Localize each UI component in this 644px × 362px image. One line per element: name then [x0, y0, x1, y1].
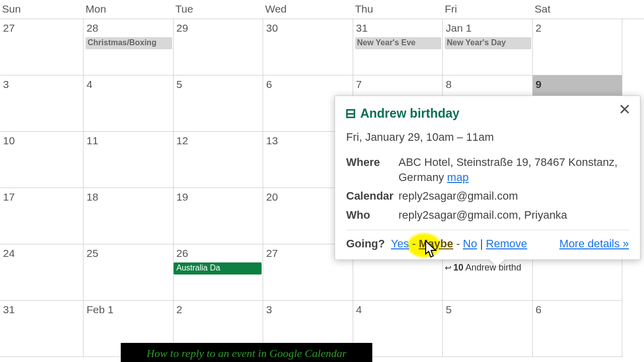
map-link[interactable]: map: [447, 171, 469, 184]
date-number: 12: [177, 135, 188, 147]
date-number: 31: [3, 304, 15, 316]
calendar-cell[interactable]: 24: [0, 244, 84, 301]
who-label: Who: [346, 208, 398, 223]
date-number: 20: [266, 191, 278, 203]
calendar-cell[interactable]: 19: [174, 188, 264, 244]
rsvp-no[interactable]: No: [462, 237, 478, 250]
allday-event[interactable]: Australia Da: [174, 262, 262, 275]
date-number: 6: [536, 304, 542, 316]
where-value: ABC Hotel, Steinstraße 19, 78467 Konstan…: [398, 155, 629, 185]
date-number: 25: [87, 247, 98, 259]
calendar-cell[interactable]: Jan 1New Year's Day: [443, 19, 533, 75]
calendar-cell[interactable]: 3: [0, 75, 84, 132]
date-number: 27: [266, 247, 278, 259]
rsvp-yes[interactable]: Yes: [390, 237, 410, 250]
date-number: 17: [3, 191, 15, 203]
day-header-wed: Wed: [263, 0, 353, 19]
timed-event[interactable]: ↩10 Andrew birthd: [445, 262, 531, 273]
calendar-icon: [346, 109, 355, 118]
day-header-mon: Mon: [84, 0, 174, 19]
rsvp-remove[interactable]: Remove: [485, 237, 528, 250]
date-number: 18: [87, 191, 98, 203]
reply-icon: ↩: [445, 263, 451, 273]
date-number: 2: [177, 304, 183, 316]
date-number: 5: [177, 78, 183, 90]
calendar-cell[interactable]: 26Australia Da: [174, 244, 264, 301]
calendar-cell[interactable]: 10: [0, 132, 84, 188]
calendar-cell[interactable]: 4: [84, 75, 174, 132]
day-header-sat: Sat: [533, 0, 623, 19]
calendar-cell[interactable]: 17: [0, 188, 84, 244]
calendar-cell[interactable]: 2: [533, 19, 623, 75]
holiday-event[interactable]: New Year's Day: [445, 37, 531, 49]
calendar-cell[interactable]: 31: [0, 301, 84, 357]
date-number: 28: [87, 22, 98, 34]
date-number: 2: [536, 22, 542, 34]
day-header-fri: Fri: [443, 0, 533, 19]
date-number: 9: [536, 78, 542, 90]
calendar-cell[interactable]: 5: [443, 301, 533, 357]
rsvp-maybe[interactable]: Maybe: [418, 237, 454, 250]
close-icon[interactable]: ✕: [618, 102, 631, 117]
date-number: 10: [3, 135, 15, 147]
who-value: reply2sagar@gmail.com, Priyanka: [398, 208, 629, 223]
date-number: 8: [446, 78, 452, 90]
calendar-cell[interactable]: 27: [0, 19, 84, 75]
calendar-cell[interactable]: 5: [174, 75, 264, 132]
date-number: 5: [446, 304, 452, 316]
calendar-cell[interactable]: 30: [263, 19, 353, 75]
calendar-value: reply2sagar@gmail.com: [398, 189, 629, 204]
where-label: Where: [346, 155, 398, 185]
date-number: 27: [3, 22, 15, 34]
event-popup: ✕ Andrew birthday Fri, January 29, 10am …: [335, 96, 640, 260]
event-title[interactable]: Andrew birthday: [360, 106, 459, 121]
date-number: 19: [177, 191, 188, 203]
holiday-event[interactable]: New Year's Eve: [355, 37, 442, 49]
more-details-link[interactable]: More details »: [559, 237, 629, 250]
event-datetime: Fri, January 29, 10am – 11am: [346, 131, 629, 144]
date-number: Feb 1: [87, 304, 114, 316]
calendar-cell[interactable]: 6: [533, 301, 623, 357]
video-caption: How to reply to an event in Google Calen…: [121, 343, 372, 362]
date-number: 11: [87, 135, 98, 147]
date-number: 13: [266, 135, 278, 147]
popup-pointer: [489, 259, 505, 267]
date-number: 26: [177, 247, 188, 259]
calendar-label: Calendar: [346, 189, 398, 204]
holiday-event[interactable]: Christmas/Boxing: [86, 37, 172, 49]
date-number: 3: [266, 304, 272, 316]
calendar-cell[interactable]: 25: [84, 244, 174, 301]
date-number: 29: [177, 22, 188, 34]
calendar-cell[interactable]: 29: [174, 19, 264, 75]
date-number: 3: [3, 78, 9, 90]
date-number: 7: [356, 78, 362, 90]
day-header-sun: Sun: [0, 0, 84, 19]
divider: [346, 230, 629, 230]
calendar-cell[interactable]: 31New Year's Eve: [353, 19, 443, 75]
day-header-thu: Thu: [353, 0, 443, 19]
date-number: 31: [356, 22, 368, 34]
calendar-cell[interactable]: 18: [84, 188, 174, 244]
calendar-cell[interactable]: 12: [174, 132, 264, 188]
date-number: 6: [266, 78, 272, 90]
calendar-cell[interactable]: 28Christmas/Boxing: [84, 19, 174, 75]
date-number: 30: [266, 22, 278, 34]
day-header-row: Sun Mon Tue Wed Thu Fri Sat: [0, 0, 644, 19]
day-header-tue: Tue: [174, 0, 264, 19]
going-label: Going?: [346, 237, 385, 250]
date-number: 4: [356, 304, 362, 316]
calendar-cell[interactable]: 11: [84, 132, 174, 188]
date-number: 24: [3, 247, 15, 259]
date-number: Jan 1: [446, 22, 471, 34]
date-number: 4: [87, 78, 93, 90]
